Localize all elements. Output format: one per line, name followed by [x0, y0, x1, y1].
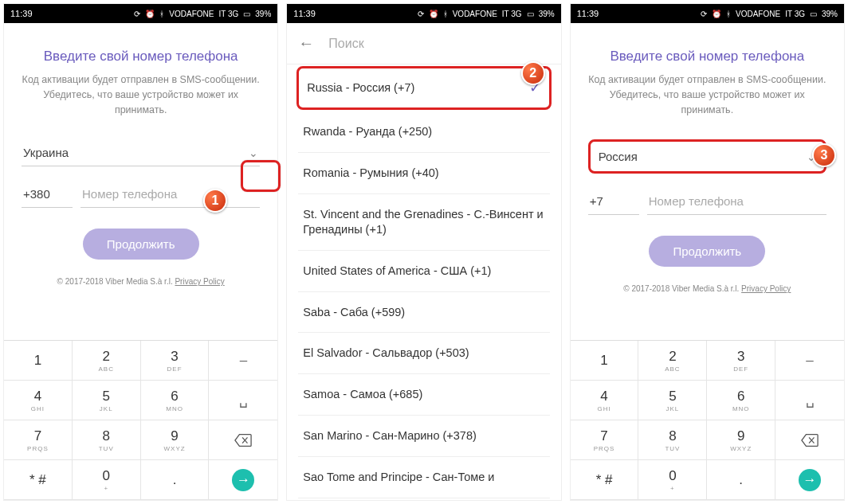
phone-input-row: +380 Номер телефона — [22, 181, 260, 208]
page-title: Введите свой номер телефона — [22, 49, 260, 64]
keypad-key-5[interactable]: 5JKL — [73, 381, 141, 420]
content-area: Введите свой номер телефона Код активаци… — [571, 23, 844, 340]
status-time: 11:39 — [10, 9, 33, 18]
keypad-key-10[interactable]: 9WXYZ — [707, 420, 775, 460]
country-item-label: St. Vincent and the Grenadines - С.-Винс… — [303, 207, 544, 237]
country-item-label: Romania - Румыния (+40) — [303, 166, 544, 181]
keypad-key-1[interactable]: 2ABC — [638, 341, 707, 381]
country-name: Россия — [599, 150, 807, 163]
alarm-icon: ⏰ — [712, 10, 721, 18]
privacy-policy-link[interactable]: Privacy Policy — [741, 284, 791, 293]
country-item-label: Russia - Россия (+7) — [307, 80, 528, 96]
content-area: Введите свой номер телефона Код активаци… — [4, 23, 277, 340]
keypad-key-8[interactable]: 7PRQS — [4, 420, 73, 460]
continue-button[interactable]: Продолжить — [649, 236, 765, 267]
keypad-key-4[interactable]: 4GHI — [571, 381, 639, 420]
footer: © 2017-2018 Viber Media S.à r.l. Privacy… — [22, 277, 260, 286]
keypad-key-1[interactable]: 2ABC — [73, 341, 141, 381]
country-item-label: Sao Tome and Principe - Сан-Томе и — [303, 470, 544, 485]
country-code-input[interactable]: +7 — [588, 188, 639, 215]
bluetooth-icon: ᚼ — [443, 10, 448, 18]
page-subtitle: Код активации будет отправлен в SMS-сооб… — [22, 72, 260, 117]
country-list[interactable]: Russia - Россия (+7)✓Rwanda - Руанда (+2… — [287, 64, 560, 500]
keypad-key-9[interactable]: 8TUV — [638, 420, 707, 460]
chevron-down-icon: ⌄ — [807, 150, 816, 163]
keypad-key-3[interactable]: – — [209, 341, 277, 381]
country-list-item[interactable]: Rwanda - Руанда (+250) — [298, 111, 549, 153]
country-list-item[interactable]: San Marino - Сан-Марино (+378) — [298, 416, 549, 457]
phone-screen-1: 11:39 ⟳ ⏰ ᚼ VODAFONE IT 3G ▭ 39% Введите… — [3, 3, 278, 501]
back-arrow-icon[interactable]: ← — [298, 34, 314, 53]
search-input[interactable]: Поиск — [328, 37, 363, 51]
country-selector[interactable]: Россия ⌄ — [588, 139, 826, 174]
keypad-key-13[interactable]: 0+ — [638, 460, 707, 500]
keypad-key-6[interactable]: 6MNO — [707, 381, 775, 420]
country-item-label: Samoa - Самоа (+685) — [303, 387, 544, 402]
keypad-key-9[interactable]: 8TUV — [73, 420, 141, 460]
status-bar: 11:39 ⟳ ⏰ ᚼ VODAFONE IT 3G ▭ 39% — [287, 4, 560, 23]
footer: © 2017-2018 Viber Media S.à r.l. Privacy… — [588, 284, 826, 293]
sync-icon: ⟳ — [701, 10, 707, 18]
status-battery: 39% — [255, 10, 271, 18]
keypad-key-12[interactable]: * # — [571, 460, 639, 500]
continue-button[interactable]: Продолжить — [83, 229, 199, 260]
status-battery: 39% — [822, 10, 838, 18]
country-item-label: El Salvador - Сальвадор (+503) — [303, 346, 544, 361]
keypad-key-7[interactable]: ␣ — [209, 381, 277, 420]
keypad-key-14[interactable]: . — [707, 460, 775, 500]
country-code-input[interactable]: +380 — [22, 181, 73, 208]
page-title: Введите свой номер телефона — [588, 49, 826, 64]
country-list-item[interactable]: United States of America - США (+1) — [298, 251, 549, 292]
country-list-item[interactable]: Russia - Россия (+7)✓ — [296, 66, 551, 110]
country-item-label: Rwanda - Руанда (+250) — [303, 124, 544, 139]
keypad-key-15[interactable]: → — [209, 460, 277, 500]
keypad-key-0[interactable]: 1 — [571, 341, 639, 381]
status-carrier: VODAFONE — [169, 10, 214, 18]
keypad-key-2[interactable]: 3DEF — [707, 341, 775, 381]
numeric-keypad: 12ABC3DEF–4GHI5JKL6MNO␣7PRQS8TUV9WXYZ* #… — [4, 340, 277, 500]
sync-icon: ⟳ — [418, 10, 424, 18]
country-list-item[interactable]: Samoa - Самоа (+685) — [298, 374, 549, 416]
status-carrier: VODAFONE — [736, 10, 780, 18]
country-list-item[interactable]: El Salvador - Сальвадор (+503) — [298, 333, 549, 374]
status-network: IT 3G — [785, 10, 805, 18]
alarm-icon: ⏰ — [429, 10, 438, 18]
numeric-keypad: 12ABC3DEF–4GHI5JKL6MNO␣7PRQS8TUV9WXYZ* #… — [571, 340, 844, 500]
keypad-key-5[interactable]: 5JKL — [638, 381, 707, 420]
privacy-policy-link[interactable]: Privacy Policy — [175, 277, 224, 286]
country-selector[interactable]: Украина ⌄ — [22, 139, 260, 166]
status-battery: 39% — [539, 10, 555, 18]
phone-number-input[interactable]: Номер телефона — [80, 181, 260, 208]
keypad-key-13[interactable]: 0+ — [73, 460, 141, 500]
bluetooth-icon: ᚼ — [159, 10, 164, 18]
battery-icon: ▭ — [810, 10, 817, 18]
keypad-key-10[interactable]: 9WXYZ — [141, 420, 210, 460]
keypad-key-11[interactable] — [209, 420, 277, 460]
country-list-item[interactable]: Romania - Румыния (+40) — [298, 153, 549, 194]
phone-number-input[interactable]: Номер телефона — [647, 188, 826, 215]
keypad-key-8[interactable]: 7PRQS — [571, 420, 639, 460]
keypad-key-12[interactable]: * # — [4, 460, 73, 500]
country-list-item[interactable]: St. Vincent and the Grenadines - С.-Винс… — [298, 194, 549, 251]
copyright-text: © 2017-2018 Viber Media S.à r.l. — [57, 277, 173, 286]
keypad-key-15[interactable]: → — [775, 460, 844, 500]
keypad-key-14[interactable]: . — [141, 460, 210, 500]
phone-input-row: +7 Номер телефона — [588, 188, 826, 215]
country-name: Украина — [23, 146, 249, 159]
status-bar: 11:39 ⟳ ⏰ ᚼ VODAFONE IT 3G ▭ 39% — [571, 4, 844, 23]
keypad-key-3[interactable]: – — [775, 341, 844, 381]
keypad-key-4[interactable]: 4GHI — [4, 381, 73, 420]
status-network: IT 3G — [218, 10, 238, 18]
phone-screen-2: 11:39 ⟳ ⏰ ᚼ VODAFONE IT 3G ▭ 39% ← Поиск… — [286, 3, 561, 501]
country-item-label: San Marino - Сан-Марино (+378) — [303, 428, 544, 443]
country-list-item[interactable]: Saba - Саба (+599) — [298, 292, 549, 334]
keypad-key-0[interactable]: 1 — [4, 341, 73, 381]
keypad-key-11[interactable] — [775, 420, 844, 460]
keypad-key-2[interactable]: 3DEF — [141, 341, 210, 381]
keypad-key-6[interactable]: 6MNO — [141, 381, 210, 420]
battery-icon: ▭ — [243, 10, 250, 18]
battery-icon: ▭ — [527, 10, 534, 18]
keypad-key-7[interactable]: ␣ — [775, 381, 844, 420]
country-list-item[interactable]: Sao Tome and Principe - Сан-Томе и — [298, 457, 549, 498]
alarm-icon: ⏰ — [145, 10, 155, 18]
